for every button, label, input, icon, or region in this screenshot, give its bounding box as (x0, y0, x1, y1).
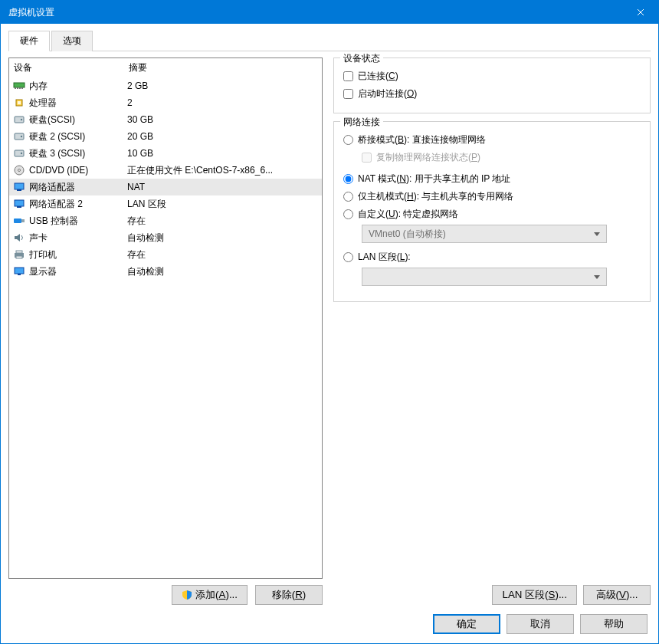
connect-power-on-checkbox[interactable] (343, 89, 353, 99)
nat-label[interactable]: NAT 模式(N): 用于共享主机的 IP 地址 (358, 172, 510, 186)
device-summary: 存在 (127, 215, 319, 228)
device-summary: 30 GB (127, 114, 319, 125)
close-icon (637, 8, 644, 16)
svg-rect-3 (19, 87, 21, 89)
device-row-disk[interactable]: 硬盘 3 (SCSI)10 GB (9, 145, 322, 162)
custom-network-select: VMnet0 (自动桥接) (362, 225, 607, 243)
svg-rect-25 (18, 274, 21, 275)
tab-hardware[interactable]: 硬件 (8, 31, 50, 51)
svg-rect-11 (15, 150, 24, 156)
cancel-button[interactable]: 取消 (507, 614, 574, 634)
remove-button-label: 移除(R) (272, 588, 307, 602)
svg-rect-7 (15, 117, 24, 123)
lan-segment-radio[interactable] (343, 252, 353, 262)
tab-options[interactable]: 选项 (51, 31, 93, 51)
network-title: 网络连接 (340, 116, 383, 129)
device-status-group: 设备状态 已连接(C) 启动时连接(O) (333, 58, 651, 113)
connect-power-on-label[interactable]: 启动时连接(O) (358, 87, 417, 100)
list-header: 设备 摘要 (9, 58, 322, 77)
device-summary: 存在 (127, 248, 319, 261)
device-name: 打印机 (29, 248, 127, 261)
connected-label[interactable]: 已连接(C) (358, 70, 398, 83)
device-summary: 20 GB (127, 131, 319, 142)
tab-bar: 硬件 选项 (8, 30, 651, 51)
device-row-printer[interactable]: 打印机存在 (9, 246, 322, 263)
svg-rect-0 (14, 83, 25, 87)
lan-segments-button[interactable]: LAN 区段(S)... (492, 585, 577, 605)
sound-icon (12, 232, 26, 244)
custom-label[interactable]: 自定义(U): 特定虚拟网络 (358, 208, 458, 221)
cd-icon (12, 164, 26, 176)
device-row-cpu[interactable]: 处理器2 (9, 94, 322, 111)
svg-rect-17 (15, 200, 24, 206)
device-summary: 2 (127, 97, 319, 108)
svg-rect-1 (15, 87, 16, 89)
device-name: 显示器 (29, 265, 127, 278)
device-status-title: 设备状态 (340, 52, 383, 65)
device-name: 内存 (29, 80, 127, 93)
device-row-memory[interactable]: 内存2 GB (9, 77, 322, 94)
list-body: 内存2 GB处理器2硬盘(SCSI)30 GB硬盘 2 (SCSI)20 GB硬… (9, 77, 322, 578)
right-panel: 设备状态 已连接(C) 启动时连接(O) 网络连接 桥接模式(B): 直接连接物 (333, 58, 651, 605)
custom-select-value: VMnet0 (自动桥接) (369, 228, 446, 241)
device-row-net[interactable]: 网络适配器 2LAN 区段 (9, 196, 322, 212)
device-summary: 2 GB (127, 80, 319, 91)
svg-rect-19 (14, 219, 21, 223)
svg-rect-9 (15, 133, 24, 140)
device-name: 处理器 (29, 97, 127, 110)
device-row-cd[interactable]: CD/DVD (IDE)正在使用文件 E:\CentOS-7-x86_6... (9, 162, 322, 179)
device-row-disk[interactable]: 硬盘(SCSI)30 GB (9, 111, 322, 128)
disk-icon (12, 147, 26, 159)
close-button[interactable] (623, 1, 658, 24)
host-only-label[interactable]: 仅主机模式(H): 与主机共享的专用网络 (358, 190, 513, 203)
shield-icon (182, 590, 192, 600)
header-device[interactable]: 设备 (9, 58, 124, 77)
printer-icon (12, 248, 26, 261)
window-title: 虚拟机设置 (8, 6, 623, 19)
device-row-usb[interactable]: USB 控制器存在 (9, 212, 322, 229)
usb-icon (12, 215, 26, 227)
device-name: 硬盘(SCSI) (29, 113, 127, 127)
advanced-button[interactable]: 高级(V)... (583, 585, 651, 605)
remove-button[interactable]: 移除(R) (255, 585, 323, 605)
help-button[interactable]: 帮助 (580, 614, 648, 634)
vm-settings-window: 虚拟机设置 硬件 选项 设备 摘要 内存2 GB处理器2硬盘(SCSI)30 G… (0, 0, 659, 644)
svg-point-10 (21, 136, 22, 137)
right-button-row: LAN 区段(S)... 高级(V)... (333, 577, 651, 605)
content-area: 硬件 选项 设备 摘要 内存2 GB处理器2硬盘(SCSI)30 GB硬盘 2 … (1, 24, 658, 643)
device-name: 网络适配器 (29, 181, 127, 194)
lan-segment-select (362, 268, 607, 286)
ok-button[interactable]: 确定 (433, 614, 500, 634)
disk-icon (12, 130, 26, 143)
add-button-label: 添加(A)... (195, 588, 238, 602)
add-button[interactable]: 添加(A)... (172, 585, 248, 605)
device-name: 网络适配器 2 (29, 198, 127, 211)
bridged-radio[interactable] (343, 135, 353, 145)
svg-rect-22 (16, 251, 22, 253)
svg-rect-2 (17, 87, 18, 89)
lan-segment-label[interactable]: LAN 区段(L): (358, 251, 411, 264)
svg-rect-24 (15, 268, 24, 274)
left-buttons: 添加(A)... 移除(R) (8, 585, 323, 605)
disk-icon (12, 113, 26, 126)
host-only-radio[interactable] (343, 192, 353, 202)
bridged-label[interactable]: 桥接模式(B): 直接连接物理网络 (358, 133, 486, 146)
device-summary: 自动检测 (127, 265, 319, 278)
network-connection-group: 网络连接 桥接模式(B): 直接连接物理网络 复制物理网络连接状态(P) NAT… (333, 121, 651, 302)
memory-icon (12, 80, 26, 92)
device-row-net[interactable]: 网络适配器NAT (9, 179, 322, 196)
titlebar: 虚拟机设置 (1, 1, 658, 24)
replicate-checkbox (362, 153, 372, 163)
device-summary: LAN 区段 (127, 198, 319, 211)
device-row-display[interactable]: 显示器自动检测 (9, 263, 322, 280)
connected-checkbox[interactable] (343, 71, 353, 81)
nat-radio[interactable] (343, 174, 353, 184)
svg-rect-6 (18, 101, 21, 104)
header-summary[interactable]: 摘要 (124, 58, 322, 77)
net-icon (12, 198, 26, 210)
device-summary: 正在使用文件 E:\CentOS-7-x86_6... (127, 164, 319, 177)
device-summary: NAT (127, 182, 319, 192)
custom-radio[interactable] (343, 209, 353, 219)
device-row-disk[interactable]: 硬盘 2 (SCSI)20 GB (9, 128, 322, 145)
device-row-sound[interactable]: 声卡自动检测 (9, 229, 322, 246)
